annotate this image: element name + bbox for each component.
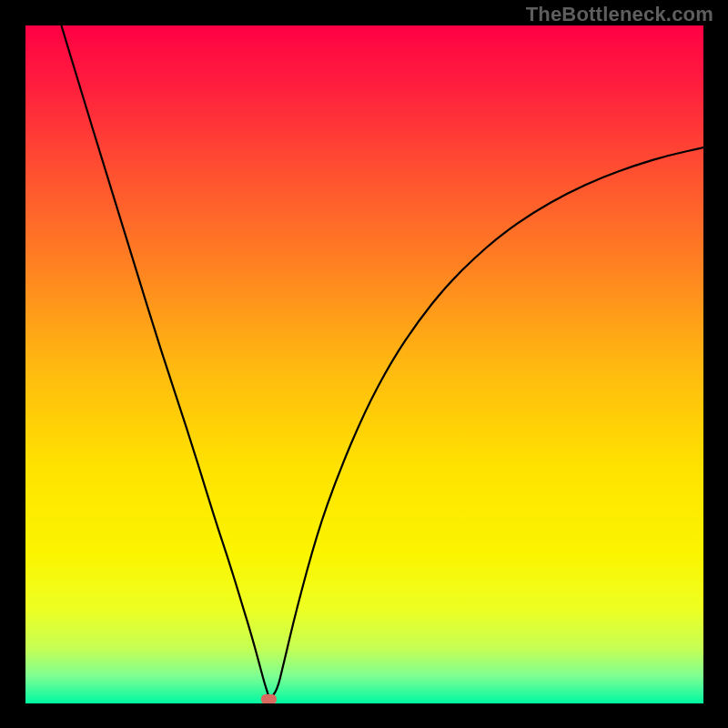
watermark-text: TheBottleneck.com (526, 3, 713, 26)
optimal-point-marker (261, 694, 277, 703)
bottleneck-chart (25, 25, 703, 703)
chart-background (25, 25, 703, 703)
chart-frame (25, 25, 703, 703)
